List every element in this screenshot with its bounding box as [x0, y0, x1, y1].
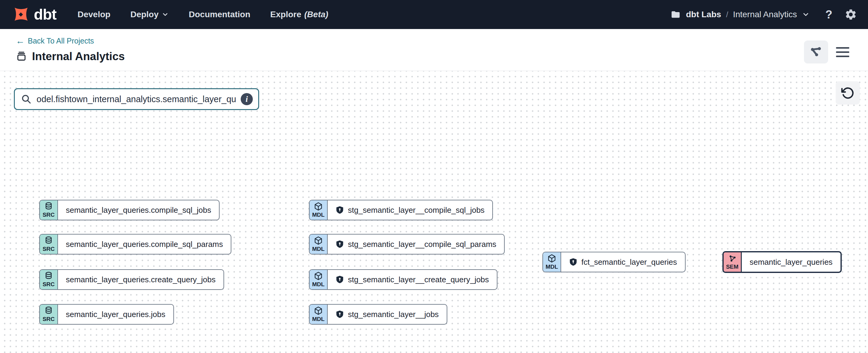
node-type-chip: SRC	[40, 270, 58, 289]
beta-tag: (Beta)	[304, 10, 328, 19]
node-label: stg_semantic_layer__compile_sql_jobs	[328, 200, 492, 220]
nav-item-explore[interactable]: Explore (Beta)	[270, 10, 328, 19]
page-title: Internal Analytics	[32, 50, 125, 63]
node-label: semantic_layer_queries.jobs	[58, 305, 173, 324]
node-type-chip: MDL	[310, 270, 328, 289]
brand-wordmark: dbt	[34, 6, 57, 23]
node-label: semantic_layer_queries.create_query_jobs	[58, 270, 223, 289]
folder-icon	[670, 10, 681, 19]
reset-view-button[interactable]	[836, 81, 860, 105]
node-type-label: MDL	[546, 264, 558, 270]
node-type-label: MDL	[312, 211, 324, 218]
menu-hamburger-icon[interactable]	[836, 46, 849, 58]
shield-icon	[336, 240, 344, 248]
node-label: semantic_layer_queries	[742, 252, 840, 272]
help-icon[interactable]: ?	[826, 8, 832, 21]
dbt-logo[interactable]: dbt	[11, 4, 57, 25]
database-icon	[44, 202, 53, 211]
graph-node-src_jobs[interactable]: SRCsemantic_layer_queries.jobs	[39, 304, 174, 325]
cube-icon	[314, 271, 323, 281]
node-type-chip: SEM	[724, 252, 742, 272]
graph-node-stg_jobs[interactable]: MDLstg_semantic_layer__jobs	[309, 304, 447, 325]
lineage-graph-icon	[809, 45, 823, 59]
breadcrumb-separator: /	[726, 10, 728, 19]
node-type-chip: SRC	[40, 200, 58, 220]
node-type-label: SRC	[42, 211, 55, 218]
shield-icon	[336, 275, 344, 284]
search-input[interactable]: odel.fishtown_internal_analytics.semanti…	[14, 88, 259, 110]
page-header: ← Back To All Projects Internal Analytic…	[0, 29, 868, 71]
account-project-switcher[interactable]: dbt Labs / Internal Analytics	[670, 10, 810, 19]
org-name: dbt Labs	[686, 10, 721, 19]
node-type-label: MDL	[312, 281, 324, 288]
shield-icon	[336, 310, 344, 319]
node-label: fct_semantic_layer_queries	[561, 252, 685, 272]
node-type-chip: MDL	[310, 305, 328, 324]
nav-item-develop[interactable]: Develop	[78, 10, 111, 19]
node-type-label: SEM	[726, 264, 738, 270]
rotate-ccw-icon	[841, 86, 855, 100]
node-type-chip: MDL	[310, 200, 328, 220]
project-icon	[16, 51, 27, 62]
node-label: stg_semantic_layer__jobs	[328, 305, 447, 324]
graph-node-src_create_query_jobs[interactable]: SRCsemantic_layer_queries.create_query_j…	[39, 269, 224, 290]
cube-icon	[314, 236, 323, 245]
dbt-logo-icon	[11, 4, 31, 25]
lineage-canvas[interactable]: odel.fishtown_internal_analytics.semanti…	[0, 71, 868, 353]
graph-node-src_compile_sql_params[interactable]: SRCsemantic_layer_queries.compile_sql_pa…	[39, 234, 231, 255]
graph-node-stg_compile_sql_jobs[interactable]: MDLstg_semantic_layer__compile_sql_jobs	[309, 200, 493, 220]
graph-node-stg_compile_sql_params[interactable]: MDLstg_semantic_layer__compile_sql_param…	[309, 234, 505, 255]
lineage-view-button[interactable]	[804, 40, 828, 63]
shield-icon	[569, 258, 578, 266]
node-type-label: SRC	[42, 281, 55, 288]
node-type-label: MDL	[312, 246, 324, 252]
shield-icon	[336, 206, 344, 214]
node-type-label: SRC	[42, 316, 55, 322]
graph-node-fct_semantic_layer_queries[interactable]: MDLfct_semantic_layer_queries	[542, 252, 686, 272]
node-label: semantic_layer_queries.compile_sql_param…	[58, 235, 231, 254]
semantic-model-icon	[728, 254, 737, 263]
node-label: stg_semantic_layer__compile_sql_params	[328, 235, 504, 254]
gear-icon[interactable]	[844, 8, 857, 21]
node-type-chip: MDL	[543, 252, 561, 272]
cube-icon	[314, 306, 323, 315]
node-type-chip: SRC	[40, 305, 58, 324]
node-label: stg_semantic_layer__create_query_jobs	[328, 270, 497, 289]
chevron-down-icon	[802, 10, 810, 19]
database-icon	[44, 306, 53, 315]
graph-node-semantic_layer_queries[interactable]: SEMsemantic_layer_queries	[722, 251, 842, 273]
cube-icon	[547, 254, 556, 263]
node-label: semantic_layer_queries.compile_sql_jobs	[58, 200, 219, 220]
back-arrow-icon: ←	[16, 36, 25, 46]
graph-node-stg_create_query_jobs[interactable]: MDLstg_semantic_layer__create_query_jobs	[309, 269, 497, 290]
search-icon	[21, 94, 32, 105]
cube-icon	[314, 202, 323, 211]
nav-right: dbt Labs / Internal Analytics ?	[670, 8, 857, 21]
nav-item-deploy[interactable]: Deploy	[130, 10, 169, 19]
graph-node-src_compile_sql_jobs[interactable]: SRCsemantic_layer_queries.compile_sql_jo…	[39, 200, 220, 220]
nav-item-documentation[interactable]: Documentation	[189, 10, 250, 19]
node-type-label: SRC	[42, 246, 55, 252]
nav-menu: Develop Deploy Documentation Explore (Be…	[78, 10, 328, 19]
database-icon	[44, 271, 53, 281]
back-to-projects-link[interactable]: ← Back To All Projects	[16, 36, 94, 46]
top-nav: dbt Develop Deploy Documentation Explore…	[0, 0, 868, 29]
node-type-label: MDL	[312, 316, 324, 322]
info-icon[interactable]: i	[241, 93, 253, 105]
search-value: odel.fishtown_internal_analytics.semanti…	[36, 94, 236, 104]
project-name: Internal Analytics	[733, 10, 797, 19]
database-icon	[44, 236, 53, 245]
node-type-chip: MDL	[310, 235, 328, 254]
node-type-chip: SRC	[40, 235, 58, 254]
chevron-down-icon	[162, 11, 169, 18]
